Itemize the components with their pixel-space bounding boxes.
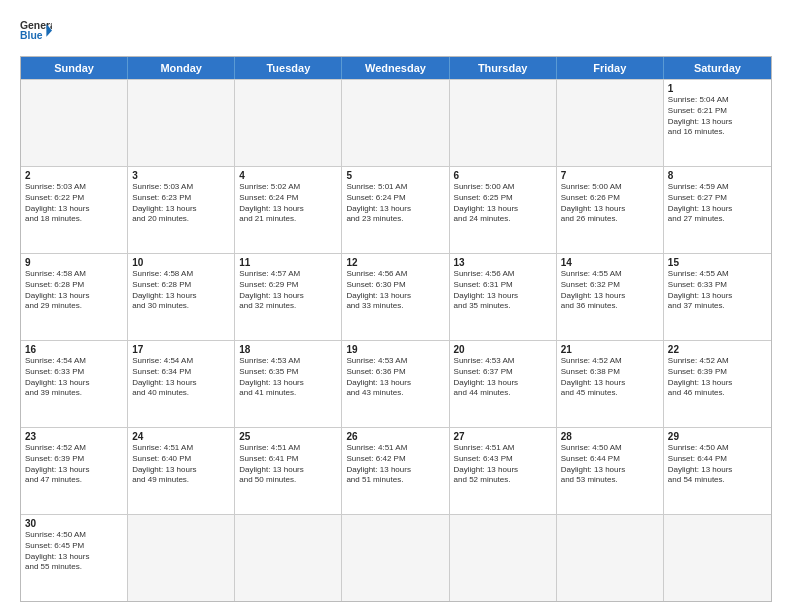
day-number: 14 — [561, 257, 659, 268]
day-number: 26 — [346, 431, 444, 442]
day-info: Sunrise: 4:52 AMSunset: 6:38 PMDaylight:… — [561, 356, 659, 399]
header-day-wednesday: Wednesday — [342, 57, 449, 79]
page-header: General Blue — [20, 16, 772, 48]
calendar-header: SundayMondayTuesdayWednesdayThursdayFrid… — [21, 57, 771, 79]
day-info: Sunrise: 4:51 AMSunset: 6:43 PMDaylight:… — [454, 443, 552, 486]
day-info: Sunrise: 4:56 AMSunset: 6:30 PMDaylight:… — [346, 269, 444, 312]
day-number: 18 — [239, 344, 337, 355]
day-info: Sunrise: 4:55 AMSunset: 6:32 PMDaylight:… — [561, 269, 659, 312]
day-info: Sunrise: 4:50 AMSunset: 6:44 PMDaylight:… — [668, 443, 767, 486]
day-number: 21 — [561, 344, 659, 355]
calendar-day-9: 9Sunrise: 4:58 AMSunset: 6:28 PMDaylight… — [21, 254, 128, 340]
day-info: Sunrise: 4:53 AMSunset: 6:37 PMDaylight:… — [454, 356, 552, 399]
calendar-row-2: 9Sunrise: 4:58 AMSunset: 6:28 PMDaylight… — [21, 253, 771, 340]
calendar-row-1: 2Sunrise: 5:03 AMSunset: 6:22 PMDaylight… — [21, 166, 771, 253]
header-day-saturday: Saturday — [664, 57, 771, 79]
calendar-empty-cell — [235, 515, 342, 601]
day-number: 16 — [25, 344, 123, 355]
day-info: Sunrise: 5:01 AMSunset: 6:24 PMDaylight:… — [346, 182, 444, 225]
calendar-day-2: 2Sunrise: 5:03 AMSunset: 6:22 PMDaylight… — [21, 167, 128, 253]
day-number: 27 — [454, 431, 552, 442]
day-info: Sunrise: 5:03 AMSunset: 6:23 PMDaylight:… — [132, 182, 230, 225]
header-day-friday: Friday — [557, 57, 664, 79]
day-number: 25 — [239, 431, 337, 442]
day-number: 20 — [454, 344, 552, 355]
calendar-row-0: 1Sunrise: 5:04 AMSunset: 6:21 PMDaylight… — [21, 79, 771, 166]
day-info: Sunrise: 4:50 AMSunset: 6:44 PMDaylight:… — [561, 443, 659, 486]
day-number: 5 — [346, 170, 444, 181]
calendar-row-5: 30Sunrise: 4:50 AMSunset: 6:45 PMDayligh… — [21, 514, 771, 601]
calendar-day-27: 27Sunrise: 4:51 AMSunset: 6:43 PMDayligh… — [450, 428, 557, 514]
day-info: Sunrise: 4:53 AMSunset: 6:36 PMDaylight:… — [346, 356, 444, 399]
calendar-empty-cell — [21, 80, 128, 166]
day-number: 15 — [668, 257, 767, 268]
calendar-day-6: 6Sunrise: 5:00 AMSunset: 6:25 PMDaylight… — [450, 167, 557, 253]
day-info: Sunrise: 4:52 AMSunset: 6:39 PMDaylight:… — [668, 356, 767, 399]
day-info: Sunrise: 4:54 AMSunset: 6:34 PMDaylight:… — [132, 356, 230, 399]
calendar-row-3: 16Sunrise: 4:54 AMSunset: 6:33 PMDayligh… — [21, 340, 771, 427]
day-number: 1 — [668, 83, 767, 94]
day-info: Sunrise: 5:03 AMSunset: 6:22 PMDaylight:… — [25, 182, 123, 225]
day-number: 24 — [132, 431, 230, 442]
day-info: Sunrise: 4:54 AMSunset: 6:33 PMDaylight:… — [25, 356, 123, 399]
calendar: SundayMondayTuesdayWednesdayThursdayFrid… — [20, 56, 772, 602]
calendar-empty-cell — [557, 80, 664, 166]
calendar-day-4: 4Sunrise: 5:02 AMSunset: 6:24 PMDaylight… — [235, 167, 342, 253]
calendar-day-7: 7Sunrise: 5:00 AMSunset: 6:26 PMDaylight… — [557, 167, 664, 253]
calendar-body: 1Sunrise: 5:04 AMSunset: 6:21 PMDaylight… — [21, 79, 771, 601]
calendar-day-17: 17Sunrise: 4:54 AMSunset: 6:34 PMDayligh… — [128, 341, 235, 427]
header-day-thursday: Thursday — [450, 57, 557, 79]
day-info: Sunrise: 5:00 AMSunset: 6:26 PMDaylight:… — [561, 182, 659, 225]
day-info: Sunrise: 4:52 AMSunset: 6:39 PMDaylight:… — [25, 443, 123, 486]
calendar-day-13: 13Sunrise: 4:56 AMSunset: 6:31 PMDayligh… — [450, 254, 557, 340]
header-day-monday: Monday — [128, 57, 235, 79]
calendar-empty-cell — [235, 80, 342, 166]
calendar-day-11: 11Sunrise: 4:57 AMSunset: 6:29 PMDayligh… — [235, 254, 342, 340]
day-number: 29 — [668, 431, 767, 442]
generalblue-logo-icon: General Blue — [20, 16, 52, 48]
calendar-day-22: 22Sunrise: 4:52 AMSunset: 6:39 PMDayligh… — [664, 341, 771, 427]
calendar-day-30: 30Sunrise: 4:50 AMSunset: 6:45 PMDayligh… — [21, 515, 128, 601]
calendar-empty-cell — [664, 515, 771, 601]
day-number: 12 — [346, 257, 444, 268]
day-info: Sunrise: 4:58 AMSunset: 6:28 PMDaylight:… — [132, 269, 230, 312]
day-number: 2 — [25, 170, 123, 181]
day-number: 17 — [132, 344, 230, 355]
day-number: 19 — [346, 344, 444, 355]
calendar-day-23: 23Sunrise: 4:52 AMSunset: 6:39 PMDayligh… — [21, 428, 128, 514]
day-number: 11 — [239, 257, 337, 268]
day-info: Sunrise: 4:51 AMSunset: 6:41 PMDaylight:… — [239, 443, 337, 486]
calendar-empty-cell — [450, 80, 557, 166]
day-info: Sunrise: 5:00 AMSunset: 6:25 PMDaylight:… — [454, 182, 552, 225]
day-number: 9 — [25, 257, 123, 268]
calendar-empty-cell — [342, 80, 449, 166]
day-number: 4 — [239, 170, 337, 181]
calendar-day-28: 28Sunrise: 4:50 AMSunset: 6:44 PMDayligh… — [557, 428, 664, 514]
calendar-day-10: 10Sunrise: 4:58 AMSunset: 6:28 PMDayligh… — [128, 254, 235, 340]
day-number: 8 — [668, 170, 767, 181]
day-number: 7 — [561, 170, 659, 181]
calendar-day-16: 16Sunrise: 4:54 AMSunset: 6:33 PMDayligh… — [21, 341, 128, 427]
day-info: Sunrise: 4:53 AMSunset: 6:35 PMDaylight:… — [239, 356, 337, 399]
calendar-day-8: 8Sunrise: 4:59 AMSunset: 6:27 PMDaylight… — [664, 167, 771, 253]
calendar-day-3: 3Sunrise: 5:03 AMSunset: 6:23 PMDaylight… — [128, 167, 235, 253]
day-number: 3 — [132, 170, 230, 181]
day-info: Sunrise: 4:51 AMSunset: 6:40 PMDaylight:… — [132, 443, 230, 486]
day-info: Sunrise: 4:57 AMSunset: 6:29 PMDaylight:… — [239, 269, 337, 312]
calendar-day-21: 21Sunrise: 4:52 AMSunset: 6:38 PMDayligh… — [557, 341, 664, 427]
day-info: Sunrise: 4:58 AMSunset: 6:28 PMDaylight:… — [25, 269, 123, 312]
calendar-day-24: 24Sunrise: 4:51 AMSunset: 6:40 PMDayligh… — [128, 428, 235, 514]
calendar-empty-cell — [342, 515, 449, 601]
day-info: Sunrise: 4:55 AMSunset: 6:33 PMDaylight:… — [668, 269, 767, 312]
calendar-empty-cell — [557, 515, 664, 601]
day-number: 10 — [132, 257, 230, 268]
day-info: Sunrise: 5:04 AMSunset: 6:21 PMDaylight:… — [668, 95, 767, 138]
calendar-day-25: 25Sunrise: 4:51 AMSunset: 6:41 PMDayligh… — [235, 428, 342, 514]
header-day-tuesday: Tuesday — [235, 57, 342, 79]
calendar-day-18: 18Sunrise: 4:53 AMSunset: 6:35 PMDayligh… — [235, 341, 342, 427]
calendar-row-4: 23Sunrise: 4:52 AMSunset: 6:39 PMDayligh… — [21, 427, 771, 514]
calendar-day-29: 29Sunrise: 4:50 AMSunset: 6:44 PMDayligh… — [664, 428, 771, 514]
calendar-empty-cell — [128, 80, 235, 166]
day-number: 23 — [25, 431, 123, 442]
day-number: 6 — [454, 170, 552, 181]
